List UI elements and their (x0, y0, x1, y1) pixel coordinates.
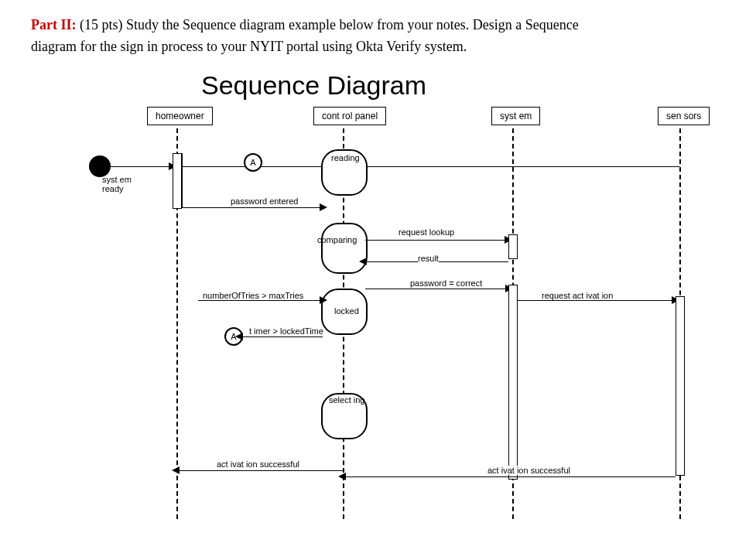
diagram-title: Sequence Diagram (201, 70, 725, 101)
arrowhead-icon (338, 473, 346, 480)
msg-act-success1-line (178, 470, 343, 471)
msg-pw-correct-line (365, 289, 508, 289)
msg-activation-successful-2: act ivat ion successful (487, 466, 570, 475)
participant-sensors: sen sors (658, 107, 710, 125)
msg-request-activation-line (518, 300, 674, 301)
question-text: Part II: (15 pts) Study the Sequence dia… (31, 15, 725, 56)
participant-system: syst em (491, 107, 540, 125)
q-line1: Study the Sequence diagram example below… (126, 17, 579, 32)
state-reading-label: reading (331, 153, 360, 162)
state-locked-label: locked (334, 306, 359, 316)
found-msg-line (111, 166, 679, 167)
q-line2: diagram for the sign in process to your … (31, 37, 725, 56)
msg-act-success2-line (344, 476, 676, 477)
state-selecting-label: select ing (329, 395, 364, 405)
activation-homeowner (173, 153, 182, 209)
msg-timer-line (241, 336, 323, 337)
msg-timer-locked: t imer > lockedTime (249, 326, 323, 336)
msg-password-entered-line (182, 207, 321, 208)
connector-a-ref-top: A (244, 153, 262, 172)
msg-numtries-line (198, 300, 322, 301)
arrowhead-icon (172, 466, 180, 474)
activation-system-main (508, 285, 518, 480)
sequence-diagram: homeowner cont rol panel syst em sen sor… (31, 107, 727, 524)
msg-num-tries: numberOfTries > maxTries (203, 291, 303, 300)
msg-activation-successful-1: act ivat ion successful (217, 459, 299, 469)
start-label: syst em ready (102, 175, 132, 193)
activation-sensors (676, 296, 685, 476)
participant-homeowner: homeowner (147, 107, 213, 125)
state-comparing-label: comparing (317, 235, 357, 244)
bracket-line (182, 153, 183, 207)
msg-password-correct: password = correct (410, 278, 482, 288)
start-dot-icon (89, 155, 111, 177)
msg-result: result (418, 254, 439, 263)
part-label: Part II: (31, 17, 76, 32)
activation-system-lookup (508, 234, 518, 259)
arrowhead-icon (320, 296, 327, 304)
msg-request-lookup-line (365, 240, 507, 241)
msg-request-activation: request act ivat ion (542, 291, 613, 300)
pts-label: (15 pts) (80, 17, 123, 32)
participant-control-panel: cont rol panel (313, 107, 386, 125)
arrowhead-icon (359, 258, 367, 265)
arrowhead-icon (320, 203, 327, 211)
msg-request-lookup: request lookup (399, 227, 454, 237)
msg-password-entered: password entered (231, 196, 298, 206)
state-comparing (321, 223, 368, 274)
arrowhead-icon (235, 333, 243, 340)
